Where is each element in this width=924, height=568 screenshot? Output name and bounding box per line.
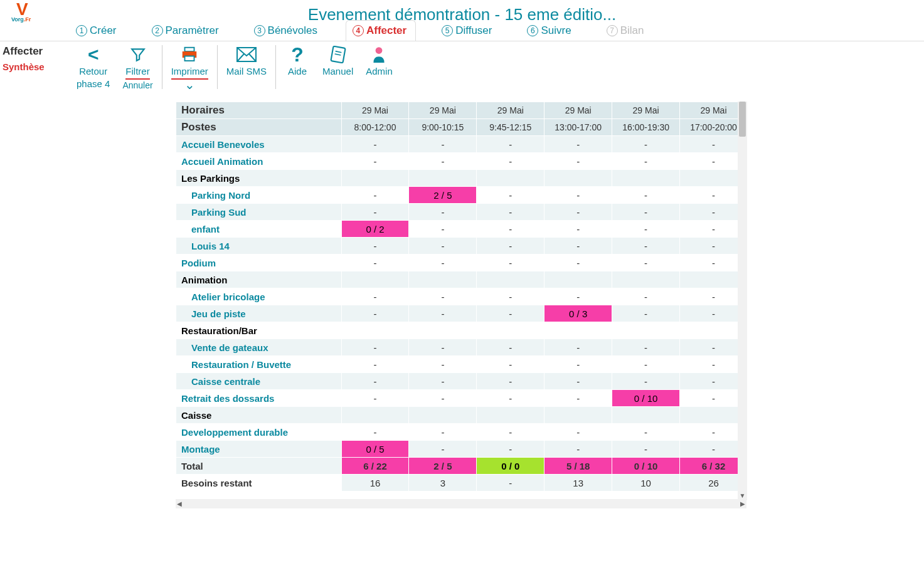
- tab-créer[interactable]: 1Créer: [69, 20, 126, 41]
- row-label[interactable]: Developpement durable: [176, 424, 342, 441]
- row-label[interactable]: enfant: [176, 221, 342, 238]
- cell: -: [409, 441, 477, 458]
- row-label[interactable]: Accueil Benevoles: [176, 136, 342, 153]
- side-label-affecter: Affecter: [3, 45, 65, 58]
- cell: [544, 407, 612, 424]
- cell: -: [341, 136, 409, 153]
- imprimer-button[interactable]: Imprimer ⌄: [165, 44, 215, 90]
- cell: -: [612, 288, 680, 305]
- cell: -: [341, 339, 409, 356]
- tab-suivre[interactable]: 6Suivre: [520, 20, 580, 41]
- cell: [477, 170, 544, 187]
- cell: [612, 170, 680, 187]
- scrollbar-thumb[interactable]: [739, 102, 746, 137]
- row-label[interactable]: Montage: [176, 441, 342, 458]
- filtrer-button[interactable]: Filtrer Annuler: [116, 44, 159, 91]
- total-label: Total: [176, 458, 342, 475]
- admin-button[interactable]: Admin: [359, 44, 399, 78]
- total-cell: 6 / 22: [341, 458, 409, 475]
- row-label[interactable]: Restauration / Buvette: [176, 356, 342, 373]
- tab-bénévoles[interactable]: 3Bénévoles: [247, 20, 327, 41]
- cell: -: [477, 424, 544, 441]
- scroll-left-icon[interactable]: ◀: [177, 500, 182, 507]
- row-label[interactable]: Podium: [176, 255, 342, 271]
- cell: [409, 322, 477, 339]
- cell: -: [341, 187, 409, 204]
- cell: [612, 322, 680, 339]
- tab-label: Diffuser: [455, 24, 492, 37]
- chevron-down-icon[interactable]: ⌄: [184, 80, 195, 90]
- header-date: 29 Mai: [544, 102, 612, 119]
- cell: [409, 170, 477, 187]
- cell: -: [612, 441, 680, 458]
- cell[interactable]: 0 / 2: [341, 221, 409, 238]
- cell: -: [477, 441, 544, 458]
- retour-phase-button[interactable]: < Retour phase 4: [70, 44, 116, 90]
- row-label: Caisse: [176, 407, 342, 424]
- row-label[interactable]: Atelier bricolage: [176, 288, 342, 305]
- cell[interactable]: 2 / 5: [409, 187, 477, 204]
- cell[interactable]: 0 / 10: [612, 390, 680, 407]
- tab-label: Affecter: [366, 24, 406, 37]
- mail-sms-button[interactable]: Mail SMS: [220, 44, 273, 78]
- header-horaires: Horaires: [176, 102, 342, 119]
- cell: [544, 170, 612, 187]
- cell: -: [477, 339, 544, 356]
- table-scroll-area[interactable]: Horaires29 Mai29 Mai29 Mai29 Mai29 Mai29…: [176, 102, 748, 500]
- header-date: 29 Mai: [612, 102, 680, 119]
- row-label[interactable]: Accueil Animation: [176, 153, 342, 170]
- retour-label-2: phase 4: [77, 78, 110, 90]
- cell[interactable]: 0 / 3: [544, 305, 612, 322]
- horizontal-scrollbar[interactable]: ◀ ▶: [176, 499, 746, 508]
- cell: -: [544, 204, 612, 221]
- header-time: 16:00-19:30: [612, 119, 680, 136]
- help-icon: ?: [291, 44, 304, 65]
- total-cell: 0 / 10: [612, 458, 680, 475]
- tab-affecter[interactable]: 4Affecter: [346, 20, 416, 41]
- side-label-synthese: Synthèse: [3, 61, 65, 72]
- cell: -: [544, 424, 612, 441]
- cell: -: [341, 305, 409, 322]
- cell: -: [612, 373, 680, 390]
- cell: -: [612, 255, 680, 271]
- vertical-scrollbar[interactable]: ▼: [738, 102, 747, 500]
- row-label[interactable]: Louis 14: [176, 238, 342, 255]
- tab-number-icon: 5: [442, 25, 453, 36]
- cell: -: [341, 238, 409, 255]
- tab-label: Créer: [90, 24, 117, 37]
- cell: -: [544, 187, 612, 204]
- logo-fr: .Fr: [24, 16, 31, 23]
- row-label: Les Parkings: [176, 170, 342, 187]
- cell: -: [409, 288, 477, 305]
- needs-cell: 13: [544, 475, 612, 492]
- cell: -: [341, 204, 409, 221]
- cell: -: [612, 187, 680, 204]
- row-label[interactable]: Parking Sud: [176, 204, 342, 221]
- cell: [477, 407, 544, 424]
- row-label[interactable]: Caisse centrale: [176, 373, 342, 390]
- header-date: 29 Mai: [341, 102, 409, 119]
- tab-paramètrer[interactable]: 2Paramètrer: [145, 20, 228, 41]
- row-label[interactable]: Retrait des dossards: [176, 390, 342, 407]
- cell: -: [477, 305, 544, 322]
- admin-label: Admin: [366, 65, 393, 78]
- row-label[interactable]: Vente de gateaux: [176, 339, 342, 356]
- tab-diffuser[interactable]: 5Diffuser: [435, 20, 501, 41]
- scroll-right-icon[interactable]: ▶: [740, 500, 745, 507]
- annuler-label[interactable]: Annuler: [122, 80, 152, 91]
- aide-button[interactable]: ? Aide: [279, 44, 316, 78]
- tab-number-icon: 1: [76, 25, 87, 36]
- row-label[interactable]: Parking Nord: [176, 187, 342, 204]
- cell[interactable]: 0 / 5: [341, 441, 409, 458]
- cell: -: [544, 136, 612, 153]
- manuel-button[interactable]: Manuel: [316, 44, 359, 78]
- tab-number-icon: 4: [353, 25, 364, 36]
- cell: [477, 322, 544, 339]
- total-cell: 5 / 18: [544, 458, 612, 475]
- row-label[interactable]: Jeu de piste: [176, 305, 342, 322]
- header-time: 8:00-12:00: [341, 119, 409, 136]
- svg-rect-2: [185, 56, 194, 61]
- cell: -: [341, 153, 409, 170]
- cell: -: [409, 238, 477, 255]
- needs-cell: -: [477, 475, 544, 492]
